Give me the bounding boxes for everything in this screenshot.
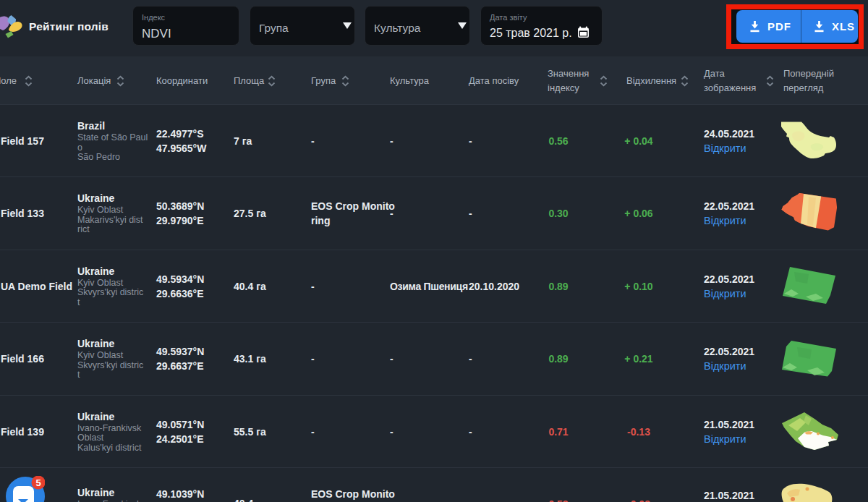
svg-text:5: 5 [35,477,41,488]
